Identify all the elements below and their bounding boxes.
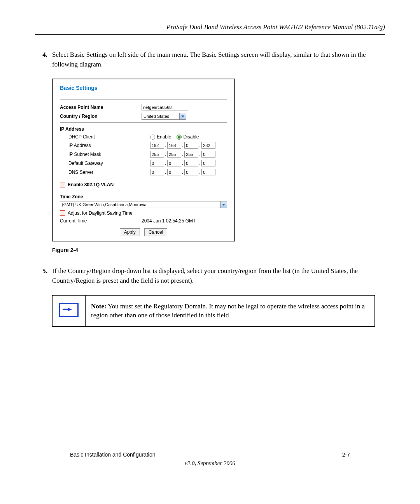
vlan-checkbox[interactable] — [60, 182, 65, 187]
mask-octet-4[interactable] — [201, 151, 215, 158]
figure-caption: Figure 2-4 — [52, 247, 385, 253]
country-dropdown[interactable]: United States — [142, 113, 186, 120]
footer-left: Basic Installation and Configuration — [70, 452, 155, 458]
panel-title: Basic Settings — [60, 85, 227, 91]
page-footer: Basic Installation and Configuration 2-7… — [70, 449, 350, 467]
dst-checkbox[interactable] — [60, 210, 65, 216]
gateway-label: Default Gateway — [60, 161, 150, 166]
current-time-label: Current Time — [60, 218, 142, 224]
timezone-value: (GMT) UK,GreenWich,Casablanca,Monrovia — [62, 202, 147, 207]
ip-octet-2[interactable] — [167, 142, 181, 149]
step-4-text: Select Basic Settings on left side of th… — [52, 50, 385, 69]
dst-label: Adjust for Daylight Saving Time — [68, 210, 133, 216]
tz-section-label: Time Zone — [60, 194, 227, 200]
dhcp-disable-text: Disable — [183, 134, 199, 140]
footer-version: v2.0, September 2006 — [70, 460, 350, 467]
country-dropdown-value: United States — [144, 114, 169, 119]
step-4: 4. Select Basic Settings on left side of… — [35, 50, 385, 69]
cancel-button[interactable]: Cancel — [144, 228, 167, 236]
gateway-octet-2[interactable] — [167, 160, 181, 166]
step-5: 5. If the Country/Region drop-down list … — [35, 266, 385, 285]
ip-section-label: IP Address — [60, 126, 227, 132]
step-4-number: 4. — [35, 50, 52, 69]
step-5-number: 5. — [35, 266, 52, 285]
arrow-right-icon — [59, 303, 79, 317]
ip-octet-4[interactable] — [201, 142, 215, 149]
apply-button[interactable]: Apply — [120, 228, 140, 236]
ip-label: IP Address — [60, 143, 150, 148]
mask-octet-1[interactable] — [150, 151, 164, 158]
dhcp-enable-radio[interactable] — [150, 135, 155, 140]
current-time-value: 2004 Jan 1 02:54:25 GMT — [142, 218, 196, 224]
step-5-text: If the Country/Region drop-down list is … — [52, 266, 385, 285]
dns-octet-2[interactable] — [167, 169, 181, 175]
dhcp-enable-text: Enable — [157, 134, 171, 140]
vlan-label: Enable 802.1Q VLAN — [68, 182, 114, 187]
note-text: You must set the Regulatory Domain. It m… — [91, 303, 365, 319]
dns-octet-3[interactable] — [184, 169, 198, 175]
basic-settings-panel: Basic Settings Access Point Name Country… — [52, 79, 235, 242]
dhcp-disable-radio[interactable] — [177, 135, 182, 140]
gateway-octet-1[interactable] — [150, 160, 164, 166]
note-label: Note: — [91, 303, 107, 310]
note-block: Note: You must set the Regulatory Domain… — [52, 295, 375, 327]
ip-octet-3[interactable] — [184, 142, 198, 149]
dns-octet-1[interactable] — [150, 169, 164, 175]
gateway-octet-4[interactable] — [201, 160, 215, 166]
mask-label: IP Subnet Mask — [60, 152, 150, 157]
mask-octet-3[interactable] — [184, 151, 198, 158]
footer-right: 2-7 — [342, 452, 350, 458]
ap-name-label: Access Point Name — [60, 105, 142, 110]
ap-name-input[interactable] — [142, 104, 188, 110]
timezone-dropdown[interactable]: (GMT) UK,GreenWich,Casablanca,Monrovia — [60, 201, 227, 208]
gateway-octet-3[interactable] — [184, 160, 198, 166]
chevron-down-icon[interactable] — [220, 201, 227, 208]
dhcp-label: DHCP Client — [60, 134, 150, 140]
ip-octet-1[interactable] — [150, 142, 164, 149]
dns-label: DNS Server — [60, 170, 150, 175]
country-label: Country / Region — [60, 114, 142, 119]
page-header: ProSafe Dual Band Wireless Access Point … — [35, 23, 385, 35]
mask-octet-2[interactable] — [167, 151, 181, 158]
chevron-down-icon[interactable] — [179, 113, 186, 119]
dns-octet-4[interactable] — [201, 169, 215, 175]
